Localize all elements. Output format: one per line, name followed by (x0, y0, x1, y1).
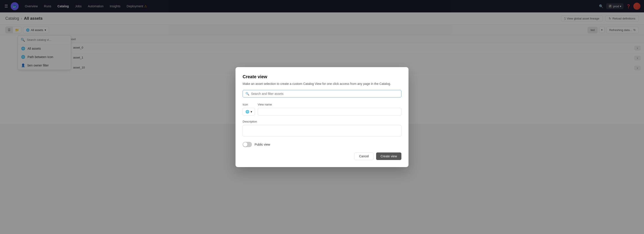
modal-search-field: 🔍 (242, 90, 402, 97)
modal-overlay: Create view Make an asset selection to c… (0, 0, 644, 124)
modal-icon-group: Icon 🌐 ▾ (242, 103, 255, 115)
modal-description: Make an asset selection to create a cust… (242, 82, 402, 86)
modal-icon-viewname-row: Icon 🌐 ▾ View name (242, 103, 402, 115)
modal-search-input[interactable] (251, 92, 398, 95)
modal-icon-selector[interactable]: 🌐 ▾ (242, 108, 255, 115)
icon-chevron-icon: ▾ (250, 110, 252, 113)
viewname-label: View name (258, 103, 402, 106)
modal-search-icon: 🔍 (246, 92, 249, 95)
icon-label: Icon (242, 103, 255, 106)
description-label: Description (242, 120, 402, 123)
modal-title: Create view (242, 74, 402, 79)
modal-viewname-input[interactable] (258, 108, 402, 115)
modal-description-group: Description (242, 120, 402, 124)
modal-viewname-group: View name (258, 103, 402, 115)
create-view-modal: Create view Make an asset selection to c… (236, 67, 408, 124)
icon-globe-icon: 🌐 (246, 110, 249, 113)
